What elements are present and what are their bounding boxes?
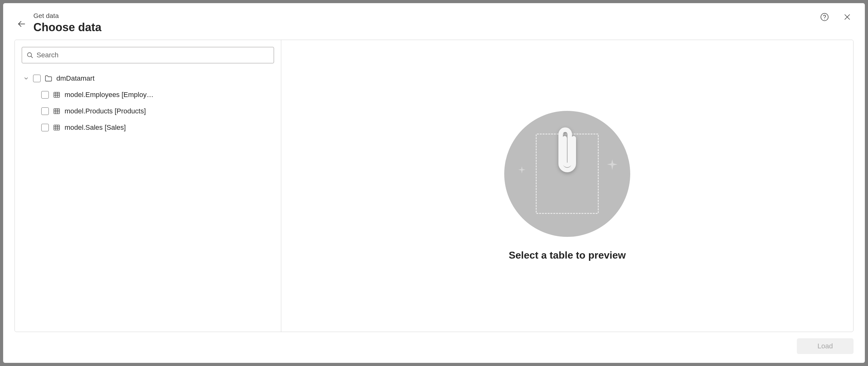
tree-item-label: dmDatamart xyxy=(56,74,94,83)
tree-item-label: model.Employees [Employ… xyxy=(65,91,153,99)
back-button[interactable] xyxy=(16,18,27,30)
chevron-down-icon[interactable] xyxy=(23,75,29,81)
checkbox[interactable] xyxy=(41,91,49,99)
svg-rect-7 xyxy=(54,92,60,97)
tree-item[interactable]: model.Sales [Sales] xyxy=(23,119,274,136)
svg-rect-17 xyxy=(54,125,60,130)
sparkle-icon xyxy=(604,158,620,175)
load-button[interactable]: Load xyxy=(797,338,854,354)
search-input[interactable] xyxy=(36,51,269,59)
tree-item-label: model.Products [Products] xyxy=(65,107,146,115)
tree-item[interactable]: model.Employees [Employ… xyxy=(23,87,274,103)
preview-panel: Select a table to preview xyxy=(281,40,853,332)
dialog-body: dmDatamart model.Employees [Employ… xyxy=(14,40,854,332)
page-title: Choose data xyxy=(33,21,101,34)
navigator-panel: dmDatamart model.Employees [Employ… xyxy=(15,40,281,332)
sparkle-icon xyxy=(517,165,527,177)
svg-point-1 xyxy=(821,13,828,21)
folder-icon xyxy=(44,74,53,83)
tree-root-item[interactable]: dmDatamart xyxy=(23,70,274,87)
help-button[interactable] xyxy=(819,12,830,22)
search-box[interactable] xyxy=(22,47,274,63)
table-icon xyxy=(53,91,61,99)
table-icon xyxy=(53,123,61,132)
close-icon xyxy=(843,13,851,21)
dialog-header: Get data Choose data xyxy=(3,3,865,40)
document-outline-icon xyxy=(536,133,599,214)
empty-state-illustration xyxy=(504,111,630,237)
choose-data-dialog: Get data Choose data xyxy=(3,3,865,363)
svg-rect-12 xyxy=(54,109,60,114)
tree-item[interactable]: model.Products [Products] xyxy=(23,103,274,119)
checkbox[interactable] xyxy=(41,124,49,131)
close-button[interactable] xyxy=(842,12,852,22)
object-tree: dmDatamart model.Employees [Employ… xyxy=(22,70,274,136)
dialog-footer: Load xyxy=(3,332,865,363)
empty-state-message: Select a table to preview xyxy=(509,249,626,261)
tree-item-label: model.Sales [Sales] xyxy=(65,123,126,132)
svg-line-6 xyxy=(31,56,32,58)
breadcrumb: Get data xyxy=(33,12,101,20)
checkbox[interactable] xyxy=(41,108,49,115)
search-icon xyxy=(27,52,33,59)
arrow-left-icon xyxy=(17,20,26,28)
paperclip-icon xyxy=(555,123,580,179)
question-circle-icon xyxy=(820,12,829,22)
table-icon xyxy=(53,107,61,115)
checkbox[interactable] xyxy=(33,74,41,82)
